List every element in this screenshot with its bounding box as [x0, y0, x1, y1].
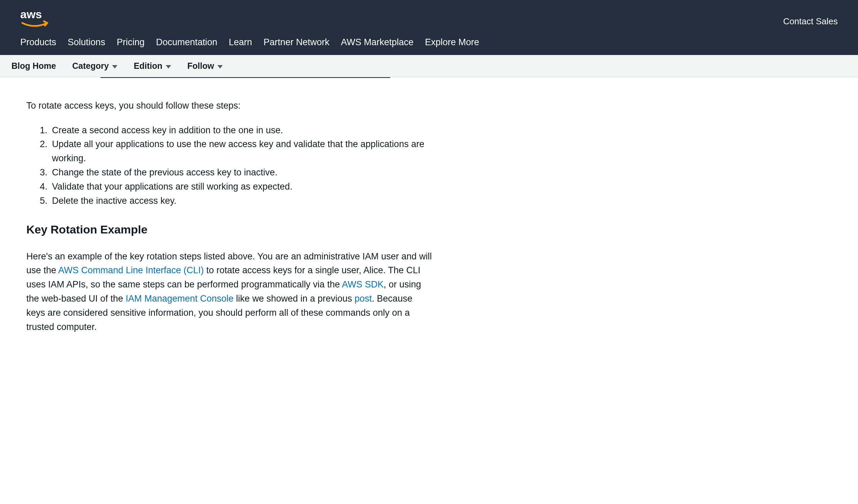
- link-iam-console[interactable]: IAM Management Console: [126, 293, 234, 304]
- nav-documentation[interactable]: Documentation: [156, 37, 217, 48]
- subnav-blog-home-label: Blog Home: [12, 61, 56, 71]
- nav-explore-more[interactable]: Explore More: [425, 37, 479, 48]
- contact-sales-link[interactable]: Contact Sales: [783, 8, 838, 27]
- subnav-follow[interactable]: Follow: [187, 61, 223, 71]
- site-header: aws Contact Sales Products Solutions Pri…: [0, 0, 858, 55]
- list-item: Update all your applications to use the …: [50, 137, 433, 166]
- section-heading: Key Rotation Example: [26, 223, 433, 236]
- article-content: To rotate access keys, you should follow…: [0, 77, 459, 355]
- svg-text:aws: aws: [20, 8, 42, 20]
- intro-paragraph: To rotate access keys, you should follow…: [26, 99, 433, 113]
- nav-pricing[interactable]: Pricing: [117, 37, 145, 48]
- list-item: Create a second access key in addition t…: [50, 124, 433, 137]
- nav-products[interactable]: Products: [20, 37, 57, 48]
- aws-logo[interactable]: aws: [20, 8, 58, 30]
- caret-down-icon: [217, 65, 223, 68]
- nav-partner-network[interactable]: Partner Network: [264, 37, 330, 48]
- steps-list: Create a second access key in addition t…: [26, 124, 433, 208]
- main-nav: Products Solutions Pricing Documentation…: [0, 30, 858, 55]
- nav-solutions[interactable]: Solutions: [68, 37, 105, 48]
- link-previous-post[interactable]: post: [355, 293, 372, 304]
- nav-marketplace[interactable]: AWS Marketplace: [341, 37, 413, 48]
- para-text: like we showed in a previous: [234, 293, 355, 304]
- blog-sub-nav: Blog Home Category Edition Follow: [0, 55, 858, 77]
- subnav-blog-home[interactable]: Blog Home: [12, 61, 56, 71]
- horizontal-divider: [100, 77, 390, 78]
- aws-logo-icon: aws: [20, 8, 58, 30]
- body-paragraph: Here's an example of the key rotation st…: [26, 250, 433, 334]
- caret-down-icon: [166, 65, 171, 68]
- list-item: Delete the inactive access key.: [50, 194, 433, 208]
- subnav-category[interactable]: Category: [72, 61, 117, 71]
- subnav-category-label: Category: [72, 61, 109, 71]
- list-item: Validate that your applications are stil…: [50, 180, 433, 194]
- list-item: Change the state of the previous access …: [50, 166, 433, 180]
- subnav-edition-label: Edition: [134, 61, 162, 71]
- subnav-follow-label: Follow: [187, 61, 214, 71]
- top-bar: aws Contact Sales: [0, 0, 858, 30]
- link-aws-sdk[interactable]: AWS SDK: [342, 279, 384, 290]
- nav-learn[interactable]: Learn: [229, 37, 252, 48]
- caret-down-icon: [112, 65, 117, 68]
- link-aws-cli[interactable]: AWS Command Line Interface (CLI): [59, 265, 204, 275]
- subnav-edition[interactable]: Edition: [134, 61, 171, 71]
